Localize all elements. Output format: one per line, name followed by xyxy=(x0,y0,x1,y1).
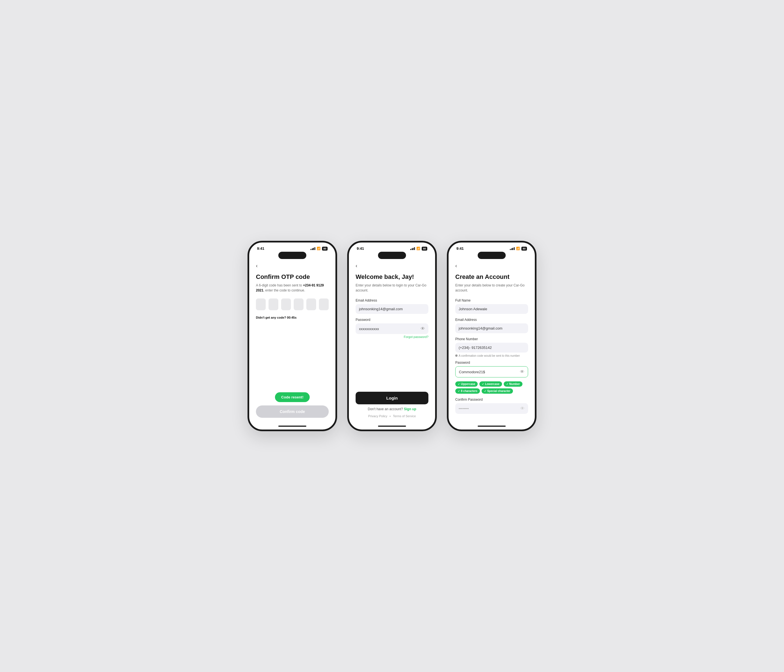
otp-screen-content: ‹ Confirm OTP code A 6-digit code has be… xyxy=(249,261,336,423)
phone-field-register[interactable]: (+234)- 9172635142 xyxy=(455,343,528,353)
eye-icon-register[interactable]: 👁 xyxy=(520,369,524,374)
info-dot-icon xyxy=(455,355,457,357)
status-icons-otp: 📶 80 xyxy=(311,247,328,250)
password-label-register: Password xyxy=(455,361,528,364)
back-button-register[interactable]: ‹ xyxy=(455,263,462,269)
register-screen-content: ‹ Create an Account Enter your details b… xyxy=(448,261,535,423)
signal-bars-register xyxy=(510,247,515,250)
status-time-register: 9:41 xyxy=(456,246,464,250)
otp-phone: 9:41 📶 80 ‹ Confirm OTP code A 6-digit c… xyxy=(247,241,337,431)
password-value-register: Commodore21$ xyxy=(459,370,520,374)
resend-label: Didn't get any code? xyxy=(256,316,286,319)
otp-box-5[interactable] xyxy=(306,299,316,310)
password-field-login[interactable]: xxxxxxxxxxx 👁 xyxy=(356,324,428,334)
wifi-icon-otp: 📶 xyxy=(317,247,320,250)
email-label-register: Email Address xyxy=(455,318,528,322)
login-title: Welcome back, Jay! xyxy=(356,273,428,280)
phone-label-register: Phone Number xyxy=(455,337,528,341)
password-label-login: Password xyxy=(356,318,428,322)
otp-box-3[interactable] xyxy=(281,299,291,310)
footer-links: Privacy Policy • Terms of Service xyxy=(356,414,428,418)
confirm-password-field[interactable]: •••••••• 👁 xyxy=(455,403,528,414)
dynamic-island-register xyxy=(478,252,506,259)
otp-box-1[interactable] xyxy=(256,299,266,310)
email-value-login: johnsonking14@gmail.com xyxy=(359,307,425,311)
status-bar-otp: 9:41 📶 80 xyxy=(249,243,336,252)
badge-lowercase: Lowercase xyxy=(479,381,502,387)
forgot-password-link[interactable]: Forgot password? xyxy=(356,335,428,339)
spacer-otp xyxy=(256,319,329,392)
register-subtitle: Enter your details below to create your … xyxy=(455,283,528,293)
otp-subtitle-after: , enter the code to continue. xyxy=(263,288,305,292)
confirm-code-button[interactable]: Confirm code xyxy=(256,406,329,418)
battery-otp: 80 xyxy=(322,247,328,250)
status-bar-register: 9:41 📶 80 xyxy=(448,243,535,252)
phone-value-register: (+234)- 9172635142 xyxy=(459,345,525,350)
otp-box-6[interactable] xyxy=(319,299,329,310)
login-phone: 9:41 📶 80 ‹ Welcome back, Jay! Enter you… xyxy=(347,241,437,431)
badge-number: Number xyxy=(504,381,523,387)
otp-subtitle-before: A 6-digit code has been sent to xyxy=(256,283,303,287)
battery-register: 80 xyxy=(521,247,527,250)
signup-prompt: Don't have an account? Sign up xyxy=(356,407,428,411)
fullname-value: Johnson Adewale xyxy=(459,307,525,311)
login-screen-content: ‹ Welcome back, Jay! Enter your details … xyxy=(349,261,435,423)
status-icons-register: 📶 80 xyxy=(510,247,527,250)
otp-box-4[interactable] xyxy=(294,299,303,310)
otp-title: Confirm OTP code xyxy=(256,273,329,280)
status-time-otp: 9:41 xyxy=(257,246,264,250)
register-title: Create an Account xyxy=(455,273,528,280)
terms-link[interactable]: Terms of Service xyxy=(393,414,416,418)
password-field-register[interactable]: Commodore21$ 👁 xyxy=(455,366,528,378)
wifi-icon-register: 📶 xyxy=(516,247,520,250)
fullname-field[interactable]: Johnson Adewale xyxy=(455,304,528,314)
email-field-login[interactable]: johnsonking14@gmail.com xyxy=(356,304,428,314)
resend-timer: 00:45s xyxy=(287,316,297,319)
fullname-label: Full Name xyxy=(455,299,528,302)
otp-input-boxes xyxy=(256,299,329,310)
register-phone: 9:41 📶 80 ‹ Create an Account Enter your… xyxy=(447,241,537,431)
badge-8chars: 8 characters xyxy=(455,388,480,394)
resend-text: Didn't get any code? 00:45s xyxy=(256,316,329,319)
spacer-login xyxy=(356,343,428,392)
phone-info-note: A confirmation code would be sent to thi… xyxy=(455,354,528,357)
eye-icon-confirm[interactable]: 👁 xyxy=(520,406,525,411)
status-bar-login: 9:41 📶 80 xyxy=(349,243,435,252)
confirm-password-placeholder: •••••••• xyxy=(459,406,469,411)
confirm-password-label: Confirm Password xyxy=(455,398,528,401)
phone-note-text: A confirmation code would be sent to thi… xyxy=(459,354,520,357)
toast-code-resent: Code resent! xyxy=(275,392,310,402)
badge-special: Special character xyxy=(482,388,513,394)
login-button[interactable]: Login xyxy=(356,392,428,404)
password-value-login: xxxxxxxxxxx xyxy=(359,327,420,331)
phones-container: 9:41 📶 80 ‹ Confirm OTP code A 6-digit c… xyxy=(247,241,537,431)
privacy-policy-link[interactable]: Privacy Policy xyxy=(368,414,387,418)
email-label-login: Email Address xyxy=(356,299,428,302)
home-indicator-login xyxy=(378,426,406,427)
home-indicator-otp xyxy=(278,426,306,427)
signal-bars-login xyxy=(410,247,415,250)
email-field-register[interactable]: johnsonking14@gmail.com xyxy=(455,324,528,333)
status-time-login: 9:41 xyxy=(357,246,364,250)
dynamic-island-login xyxy=(378,252,406,259)
footer-separator: • xyxy=(389,414,390,418)
battery-login: 80 xyxy=(422,247,427,250)
status-icons-login: 📶 80 xyxy=(410,247,427,250)
dynamic-island-otp xyxy=(278,252,306,259)
no-account-text: Don't have an account? xyxy=(368,407,403,411)
otp-box-2[interactable] xyxy=(269,299,278,310)
back-button-otp[interactable]: ‹ xyxy=(256,263,263,269)
signup-link[interactable]: Sign up xyxy=(404,407,416,411)
eye-icon-login[interactable]: 👁 xyxy=(420,326,425,331)
otp-subtitle: A 6-digit code has been sent to +234-91 … xyxy=(256,283,329,293)
wifi-icon-login: 📶 xyxy=(416,247,420,250)
login-subtitle: Enter your details below to login to you… xyxy=(356,283,428,293)
home-indicator-register xyxy=(478,426,506,427)
badge-uppercase: Uppercase xyxy=(455,381,478,387)
password-validation-badges: Uppercase Lowercase Number 8 characters … xyxy=(455,381,528,394)
email-value-register: johnsonking14@gmail.com xyxy=(459,326,525,330)
back-button-login[interactable]: ‹ xyxy=(356,263,362,269)
signal-bars-otp xyxy=(311,247,315,250)
